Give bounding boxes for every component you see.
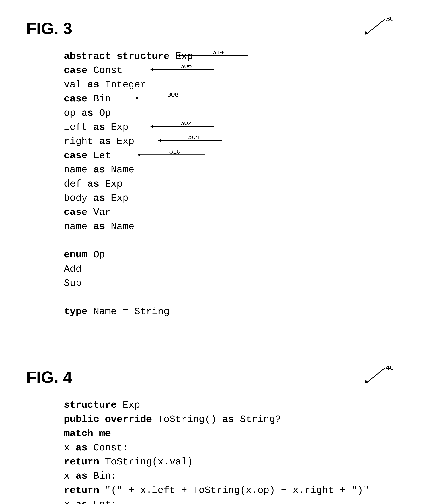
as-keyword-4: as [99, 136, 111, 147]
svg-marker-3 [177, 54, 180, 57]
as-keyword-3: as [93, 122, 105, 133]
def-as-exp-line: def as Exp [64, 177, 408, 191]
svg-marker-12 [150, 125, 153, 128]
bin-label: Bin: [88, 470, 117, 482]
case-keyword-1: case [64, 65, 88, 76]
exp-type-2: Exp [111, 136, 135, 147]
x-as-let-line: x as Let: [64, 498, 408, 504]
op-name: Op [88, 249, 105, 260]
as-keyword-7: as [93, 193, 105, 204]
as-keyword-2: as [82, 108, 93, 119]
return-keyword-1: return [64, 456, 99, 468]
match-me-line: match me [64, 426, 408, 441]
return-keyword-2: return [64, 485, 99, 496]
left-as-exp-line: left as Exp 302 [64, 120, 408, 134]
var-name: Var [88, 207, 111, 218]
as-keyword-8: as [93, 221, 105, 232]
add-line: Add [64, 262, 408, 276]
svg-text:314: 314 [212, 51, 224, 56]
blank-line-1 [64, 234, 408, 248]
tostring-val: ToString(x.val) [99, 456, 193, 468]
as-keyword-10: as [76, 442, 87, 453]
case-const-line: case Const 306 [64, 63, 408, 78]
case-keyword-2: case [64, 93, 88, 104]
x-text-3: x [64, 499, 76, 504]
def-text: def [64, 179, 88, 190]
name-type-2: Name [105, 221, 134, 232]
exp-type-1: Exp [105, 122, 128, 133]
let-name: Let [88, 150, 111, 161]
structure-exp-line: structure Exp [64, 398, 408, 412]
case-let-line: case Let 310 [64, 149, 408, 163]
svg-marker-9 [135, 96, 138, 100]
sub-line: Sub [64, 276, 408, 290]
as-keyword-11: as [76, 470, 87, 482]
x-text-2: x [64, 470, 76, 482]
fig3-ref-number: 300 [386, 17, 393, 23]
abstract-keyword: abstract structure [64, 51, 170, 62]
enum-op-line: enum Op [64, 248, 408, 262]
structure-keyword: structure [64, 400, 117, 411]
svg-marker-18 [137, 153, 140, 156]
fig4-code-block: structure Exp public override ToString()… [64, 398, 408, 504]
as-keyword-1: as [88, 79, 99, 90]
integer-text: Integer [99, 79, 146, 90]
case-bin-line: case Bin 308 [64, 92, 408, 106]
exp-type-4: Exp [105, 193, 128, 204]
name-text-2: name [64, 221, 93, 232]
section-divider [15, 319, 408, 334]
op-as-op-line: op as Op [64, 106, 408, 120]
svg-text:302: 302 [181, 122, 192, 127]
const-name: Const [88, 65, 123, 76]
val-text: val [64, 79, 88, 90]
fig4-container: FIG. 4 400 structure Exp public override… [15, 360, 408, 504]
right-text: right [64, 136, 99, 147]
op-text: op [64, 108, 82, 119]
public-override-line: public override ToString() as String? [64, 412, 408, 426]
x-as-const-line: x as Const: [64, 441, 408, 455]
svg-text:308: 308 [167, 93, 179, 98]
right-as-exp-line: right as Exp 304 [64, 134, 408, 148]
tostring-sig: ToString() [152, 414, 222, 425]
fig4-ref-number: 400 [386, 366, 393, 371]
fig4-title: FIG. 4 [26, 368, 408, 387]
case-keyword-3: case [64, 150, 88, 161]
as-keyword-6: as [88, 179, 99, 190]
abstract-structure-line: abstract structure Exp 314 [64, 49, 408, 63]
val-as-integer-line: val as Integer [64, 78, 408, 92]
svg-text:306: 306 [181, 65, 192, 70]
string-return: String? [234, 414, 281, 425]
const-label: Const: [88, 442, 128, 453]
as-keyword-5: as [93, 164, 105, 175]
fig3-container: FIG. 3 300 abstract structure Exp 314 [15, 11, 408, 319]
exp-name-4: Exp [117, 400, 140, 411]
svg-text:310: 310 [169, 150, 181, 155]
case-var-line: case Var [64, 205, 408, 219]
fig3-title: FIG. 3 [26, 19, 408, 38]
type-keyword: type [64, 306, 88, 317]
add-text: Add [64, 264, 82, 275]
exp-type-3: Exp [99, 179, 123, 190]
name-text-1: name [64, 164, 93, 175]
blank-line-2 [64, 290, 408, 305]
name-string-type: Name = String [88, 306, 170, 317]
return-bin-line: return "(" + x.left + ToString(x.op) + x… [64, 483, 408, 498]
bin-name: Bin [88, 93, 111, 104]
sub-text: Sub [64, 278, 82, 289]
svg-text:304: 304 [188, 136, 199, 141]
match-keyword-1: match me [64, 428, 111, 439]
type-line: type Name = String [64, 305, 408, 319]
svg-marker-6 [150, 68, 153, 71]
svg-line-20 [367, 368, 385, 383]
left-text: left [64, 122, 93, 133]
bin-return-val: "(" + x.left + ToString(x.op) + x.right … [99, 485, 369, 496]
body-text: body [64, 193, 93, 204]
return-val-line: return ToString(x.val) [64, 455, 408, 469]
svg-line-0 [367, 19, 385, 34]
name-as-name-line2: name as Name [64, 220, 408, 234]
let-label: Let: [88, 499, 117, 504]
fig3-code-block: abstract structure Exp 314 case Const 30 [64, 49, 408, 319]
name-type-1: Name [105, 164, 134, 175]
enum-keyword: enum [64, 249, 88, 260]
case-keyword-4: case [64, 207, 88, 218]
